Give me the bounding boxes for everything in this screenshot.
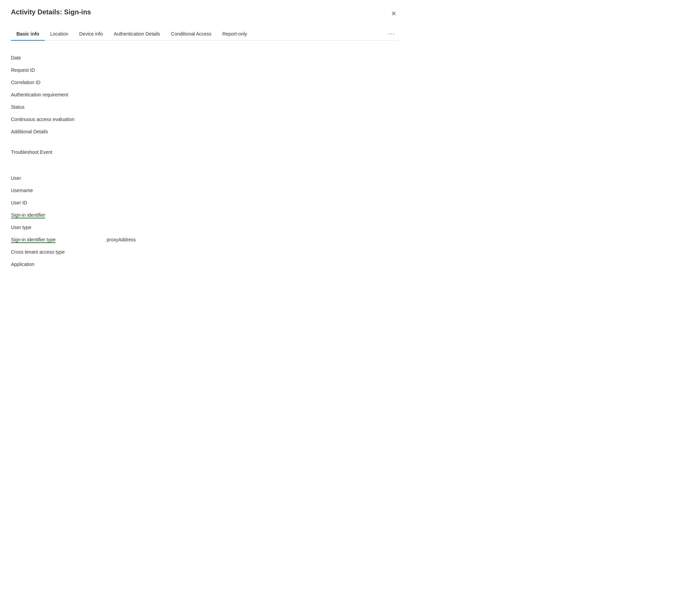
label-user-type: User type: [11, 225, 107, 230]
label-auth-requirement: Authentication requirement: [11, 92, 107, 97]
tab-more-button[interactable]: ···: [384, 27, 399, 40]
label-application: Application: [11, 262, 107, 267]
spacer-2: [11, 158, 399, 166]
field-row-correlation-id: Correlation ID: [11, 76, 399, 89]
label-username: Username: [11, 188, 107, 193]
label-additional-details: Additional Details: [11, 129, 107, 134]
field-row-user-type: User type: [11, 221, 399, 233]
label-user-id: User ID: [11, 200, 107, 205]
label-troubleshoot: Troubleshoot Event: [11, 149, 107, 155]
field-row-request-id: Request ID: [11, 64, 399, 76]
field-row-sign-in-identifier: Sign-in identifier: [11, 209, 399, 221]
label-sign-in-identifier: Sign-in identifier: [11, 212, 107, 218]
label-sign-in-identifier-type: Sign-in identifier type: [11, 237, 107, 242]
label-request-id: Request ID: [11, 67, 107, 73]
label-user: User: [11, 175, 107, 181]
field-row-cross-tenant-access-type: Cross tenant access type: [11, 246, 399, 258]
field-row-status: Status: [11, 101, 399, 113]
spacer-1: [11, 138, 399, 146]
field-row-application: Application: [11, 258, 399, 270]
field-row-continuous-access: Continuous access evaluation: [11, 113, 399, 125]
field-row-username: Username: [11, 184, 399, 197]
tab-bar: Basic info Location Device info Authenti…: [11, 27, 399, 41]
activity-details-dialog: Activity Details: Sign-ins ✕ Basic info …: [0, 0, 410, 308]
close-button[interactable]: ✕: [388, 8, 399, 19]
field-row-user: User: [11, 172, 399, 184]
label-continuous-access: Continuous access evaluation: [11, 117, 107, 122]
value-sign-in-identifier-type: proxyAddress: [107, 237, 136, 242]
field-row-auth-requirement: Authentication requirement: [11, 89, 399, 101]
label-cross-tenant-access-type: Cross tenant access type: [11, 249, 107, 255]
section-divider: [11, 166, 399, 172]
tab-location[interactable]: Location: [45, 28, 74, 41]
label-date: Date: [11, 55, 107, 61]
tab-basic-info[interactable]: Basic info: [11, 28, 45, 41]
tab-report-only[interactable]: Report-only: [217, 28, 252, 41]
label-correlation-id: Correlation ID: [11, 80, 107, 85]
field-row-date: Date: [11, 52, 399, 64]
dialog-header: Activity Details: Sign-ins ✕: [11, 8, 399, 19]
dialog-title: Activity Details: Sign-ins: [11, 8, 91, 16]
tab-device-info[interactable]: Device info: [74, 28, 108, 41]
content-area: Date Request ID Correlation ID Authentic…: [11, 49, 399, 273]
field-row-troubleshoot: Troubleshoot Event: [11, 146, 399, 158]
field-row-additional-details: Additional Details: [11, 125, 399, 138]
tab-conditional-access[interactable]: Conditional Access: [166, 28, 217, 41]
field-row-sign-in-identifier-type: Sign-in identifier type proxyAddress: [11, 233, 399, 246]
field-row-user-id: User ID: [11, 197, 399, 209]
tab-authentication-details[interactable]: Authentication Details: [108, 28, 165, 41]
label-status: Status: [11, 104, 107, 110]
